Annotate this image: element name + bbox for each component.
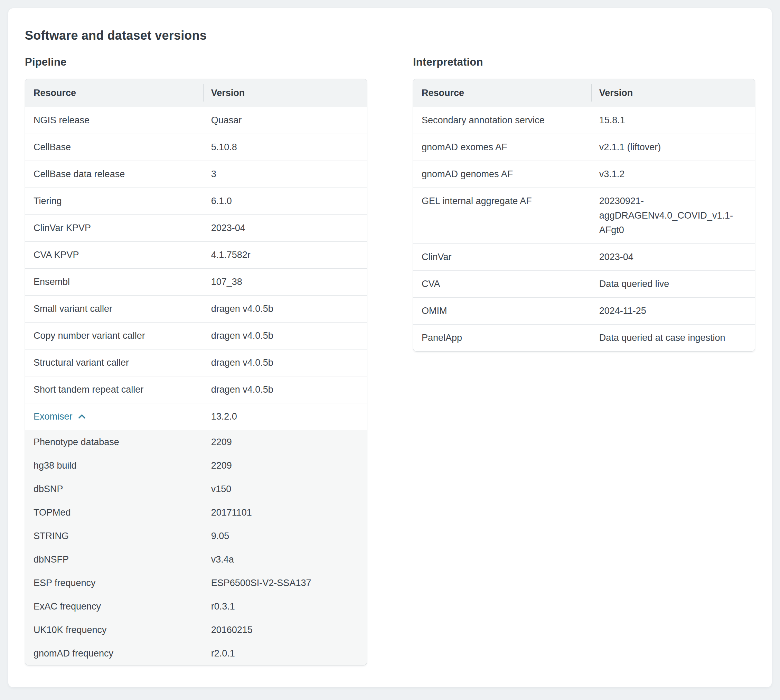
version-cell: 15.8.1 [591,107,755,133]
page-title: Software and dataset versions [25,28,755,43]
table-row: CVAData queried live [413,270,755,297]
resource-cell: CellBase data release [25,161,203,188]
version-cell: 13.2.0 [203,403,367,430]
column-header-resource: Resource [25,79,203,107]
table-row: gnomAD genomes AFv3.1.2 [413,161,755,188]
version-cell: dragen v4.0.5b [203,323,367,349]
version-cell: 6.1.0 [203,188,367,215]
version-cell: 2209 [203,430,367,454]
exomiser-detail-row: gnomAD frequencyr2.0.1 [25,642,367,665]
resource-cell: Structural variant caller [25,350,203,376]
table-row: CellBase5.10.8 [25,133,367,161]
interpretation-table: Resource Version Secondary annotation se… [413,79,755,352]
version-cell: v2.1.1 (liftover) [591,134,755,161]
resource-cell: ESP frequency [25,571,203,595]
resource-cell: ClinVar [413,244,591,270]
pipeline-table: Resource Version NGIS releaseQuasarCellB… [25,79,367,665]
exomiser-detail-row: ExAC frequencyr0.3.1 [25,595,367,618]
resource-cell: UK10K frequency [25,618,203,642]
version-cell: ESP6500SI-V2-SSA137 [203,571,367,595]
resource-cell: dbSNP [25,477,203,501]
resource-cell: Short tandem repeat caller [25,377,203,403]
table-row: Structural variant callerdragen v4.0.5b [25,349,367,376]
resource-cell: hg38 build [25,454,203,477]
versions-card: Software and dataset versions Pipeline R… [8,8,772,687]
exomiser-detail-row: Phenotype database2209 [25,430,367,454]
table-row: Small variant callerdragen v4.0.5b [25,295,367,322]
version-cell: 9.05 [203,524,367,548]
interpretation-heading: Interpretation [413,56,755,68]
version-cell: r0.3.1 [203,595,367,618]
column-header-resource: Resource [413,79,591,107]
table-row: Short tandem repeat callerdragen v4.0.5b [25,376,367,403]
table-row: CellBase data release3 [25,161,367,188]
pipeline-heading: Pipeline [25,56,367,68]
table-row: gnomAD exomes AFv2.1.1 (liftover) [413,133,755,161]
version-cell: Quasar [203,107,367,133]
resource-cell: Small variant caller [25,296,203,322]
resource-cell: NGIS release [25,107,203,133]
resource-cell: gnomAD genomes AF [413,161,591,188]
resource-cell: CVA KPVP [25,242,203,268]
pipeline-section: Pipeline Resource Version NGIS releaseQu… [25,56,367,665]
table-row: PanelAppData queried at case ingestion [413,324,755,351]
exomiser-detail-row: dbSNPv150 [25,477,367,501]
resource-cell: Exomiser [25,403,203,430]
resource-cell: ExAC frequency [25,595,203,618]
table-row: Ensembl107_38 [25,268,367,295]
table-row: NGIS releaseQuasar [25,107,367,133]
resource-cell: GEL internal aggregate AF [413,188,591,243]
version-cell: 20160215 [203,618,367,642]
interpretation-table-body: Secondary annotation service15.8.1gnomAD… [413,107,755,351]
resource-cell: STRING [25,524,203,548]
exomiser-detail-row: TOPMed20171101 [25,501,367,524]
version-cell: 2209 [203,454,367,477]
exomiser-toggle-label: Exomiser [33,409,73,424]
version-cell: 20230921-aggDRAGENv4.0_COVID_v1.1-AFgt0 [591,188,755,243]
column-header-version: Version [203,79,367,107]
column-header-version: Version [591,79,755,107]
exomiser-detail-row: ESP frequencyESP6500SI-V2-SSA137 [25,571,367,595]
resource-cell: dbNSFP [25,548,203,571]
resource-cell: gnomAD exomes AF [413,134,591,161]
exomiser-row: Exomiser13.2.0 [25,403,367,430]
version-cell: 5.10.8 [203,134,367,161]
version-cell: 2023-04 [203,215,367,242]
table-row: GEL internal aggregate AF20230921-aggDRA… [413,188,755,243]
exomiser-detail-row: dbNSFPv3.4a [25,548,367,571]
resource-cell: Ensembl [25,269,203,295]
table-row: ClinVar KPVP2023-04 [25,215,367,242]
version-cell: dragen v4.0.5b [203,350,367,376]
resource-cell: Copy number variant caller [25,323,203,349]
version-cell: dragen v4.0.5b [203,377,367,403]
exomiser-detail-row: STRING9.05 [25,524,367,548]
exomiser-detail-row: hg38 build2209 [25,454,367,477]
resource-cell: ClinVar KPVP [25,215,203,242]
version-cell: Data queried live [591,271,755,297]
version-cell: 20171101 [203,501,367,524]
resource-cell: TOPMed [25,501,203,524]
table-row: Tiering6.1.0 [25,188,367,215]
interpretation-section: Interpretation Resource Version Secondar… [413,56,755,352]
resource-cell: OMIM [413,298,591,324]
resource-cell: Tiering [25,188,203,215]
pipeline-table-header: Resource Version [25,79,367,107]
exomiser-toggle[interactable]: Exomiser [33,409,87,424]
version-cell: 4.1.7582r [203,242,367,268]
columns-layout: Pipeline Resource Version NGIS releaseQu… [25,56,755,665]
table-row: Secondary annotation service15.8.1 [413,107,755,133]
version-cell: 2023-04 [591,244,755,270]
version-cell: 3 [203,161,367,188]
version-cell: v3.1.2 [591,161,755,188]
version-cell: 2024-11-25 [591,298,755,324]
version-cell: r2.0.1 [203,642,367,665]
table-row: Copy number variant callerdragen v4.0.5b [25,322,367,349]
resource-cell: PanelApp [413,325,591,351]
exomiser-detail-row: UK10K frequency20160215 [25,618,367,642]
pipeline-table-body: NGIS releaseQuasarCellBase5.10.8CellBase… [25,107,367,665]
resource-cell: CellBase [25,134,203,161]
version-cell: 107_38 [203,269,367,295]
table-row: ClinVar2023-04 [413,243,755,270]
version-cell: dragen v4.0.5b [203,296,367,322]
table-row: CVA KPVP4.1.7582r [25,242,367,268]
